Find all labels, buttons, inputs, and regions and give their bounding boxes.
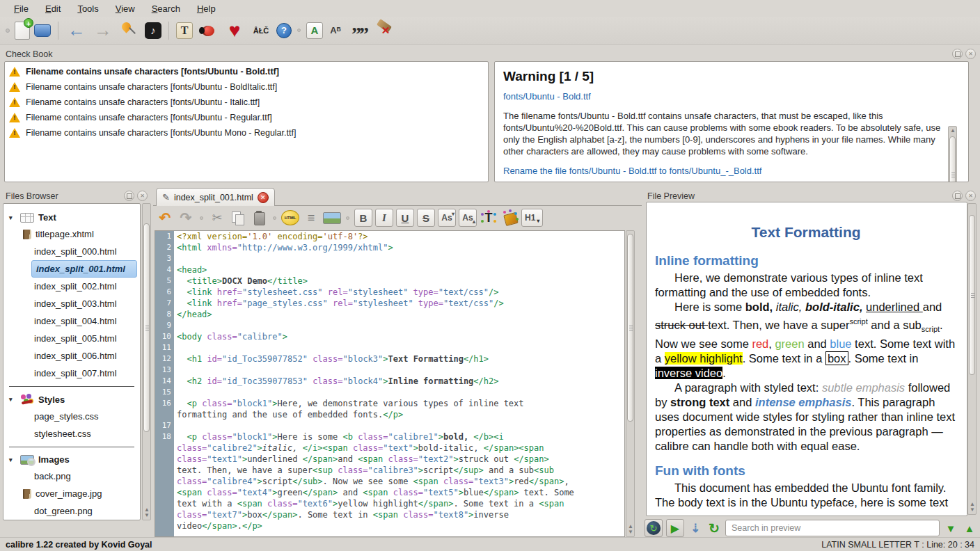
menu-search[interactable]: Search: [145, 2, 187, 15]
tab-close-icon[interactable]: [258, 192, 269, 203]
chevron-down-icon[interactable]: ▾: [9, 396, 16, 403]
file-item[interactable]: index_split_002.html: [3, 278, 140, 295]
find-prev-icon[interactable]: ▲: [962, 522, 977, 534]
section-text[interactable]: ▾Text: [3, 209, 140, 225]
copy-icon[interactable]: [229, 209, 247, 227]
file-item[interactable]: back.png: [3, 468, 140, 485]
live-reload-button[interactable]: [645, 519, 663, 537]
menu-tools[interactable]: Tools: [70, 2, 105, 15]
run-preview-button[interactable]: ▶: [666, 519, 684, 537]
strikethrough-icon[interactable]: S: [417, 209, 435, 227]
warning-list-item[interactable]: Filename contains unsafe characters [fon…: [5, 95, 488, 110]
file-item[interactable]: index_split_006.html: [3, 347, 140, 365]
line-number: [155, 487, 174, 498]
scrollbar-thumb[interactable]: [143, 223, 150, 432]
text-color-icon[interactable]: T: [480, 209, 498, 227]
refresh-preview-icon[interactable]: ↻: [706, 520, 722, 536]
menu-edit[interactable]: Edit: [38, 2, 68, 15]
file-item[interactable]: stylesheet.css: [3, 425, 140, 442]
section-styles[interactable]: ▾Styles: [3, 391, 140, 408]
background-color-icon[interactable]: [500, 209, 519, 227]
files-scrollbar[interactable]: ▲▼: [142, 203, 151, 520]
scrollbar-thumb[interactable]: [969, 215, 975, 375]
warning-list-item[interactable]: Filename contains unsafe characters [fon…: [5, 110, 488, 125]
html-check-icon[interactable]: HTML: [281, 210, 299, 225]
insert-image-icon[interactable]: [323, 212, 341, 224]
undo-icon[interactable]: ↶: [156, 209, 174, 227]
warning-rename-link[interactable]: Rename the file fonts/Ubuntu - Bold.ttf …: [503, 166, 761, 176]
compare-icon[interactable]: Aᴮ: [327, 22, 344, 39]
scroll-arrows-icon[interactable]: ▲▼: [143, 507, 151, 518]
menu-help[interactable]: Help: [190, 2, 223, 15]
file-name: index_split_003.html: [34, 298, 117, 309]
float-dock-icon[interactable]: [952, 49, 963, 59]
section-images[interactable]: ▾Images: [3, 452, 140, 468]
sync-position-icon[interactable]: ⇣: [688, 521, 703, 536]
warning-list-item[interactable]: Filename contains unsafe characters [fon…: [5, 79, 488, 95]
bold-icon[interactable]: B: [354, 209, 372, 227]
toolbar-handle[interactable]: [6, 29, 10, 33]
file-item[interactable]: index_split_000.html: [3, 243, 140, 260]
help-icon[interactable]: ?: [276, 23, 292, 38]
smart-quotes-icon[interactable]: ””: [348, 19, 370, 42]
file-item[interactable]: titlepage.xhtml: [3, 225, 140, 243]
underline-icon[interactable]: U: [396, 209, 414, 227]
scrollbar-thumb[interactable]: [627, 234, 633, 422]
pin-icon[interactable]: [118, 19, 141, 42]
back-icon[interactable]: ←: [65, 19, 88, 42]
redo-icon[interactable]: ↷: [177, 209, 195, 227]
file-item[interactable]: index_split_007.html: [3, 365, 140, 382]
check-book-icon[interactable]: [197, 19, 219, 42]
file-item[interactable]: index_split_004.html: [3, 312, 140, 330]
float-dock-icon[interactable]: [124, 191, 134, 201]
spellcheck-icon[interactable]: ÅŁČ: [250, 19, 272, 42]
preview-scrollbar[interactable]: ▲▼: [967, 203, 977, 515]
menu-file[interactable]: File: [7, 2, 35, 15]
close-dock-icon[interactable]: [965, 49, 976, 59]
superscript-icon[interactable]: As: [459, 209, 477, 227]
find-next-icon[interactable]: ▼: [943, 522, 958, 534]
warning-list-item[interactable]: Filename contains unsafe characters [fon…: [5, 64, 488, 79]
donate-heart-icon[interactable]: ♥: [223, 19, 246, 42]
arrange-files-icon[interactable]: A: [306, 22, 323, 39]
scroll-arrows-icon[interactable]: ▲▼: [968, 502, 977, 513]
line-number: 3: [155, 253, 174, 264]
scroll-arrows-icon[interactable]: ▲▼: [626, 524, 635, 535]
float-dock-icon[interactable]: [952, 191, 963, 201]
clean-css-icon[interactable]: ✕: [374, 19, 397, 42]
beautify-icon[interactable]: ≡: [302, 209, 320, 227]
tab-index-split-001[interactable]: index_split_001.html: [156, 188, 275, 206]
check-book-warning-list[interactable]: Filename contains unsafe characters [fon…: [4, 61, 489, 182]
close-dock-icon[interactable]: [965, 191, 976, 201]
forward-icon[interactable]: →: [92, 19, 114, 42]
heading-style-button[interactable]: H1▾: [521, 209, 543, 227]
chevron-down-icon[interactable]: ▾: [9, 214, 16, 221]
italic-icon[interactable]: I: [375, 209, 393, 227]
search-in-preview-input[interactable]: [725, 520, 940, 536]
warning-list-item[interactable]: Filename contains unsafe characters [fon…: [5, 125, 488, 141]
editor-scrollbar[interactable]: ▲▼: [626, 230, 635, 537]
files-browser-tree[interactable]: ▾Texttitlepage.xhtmlindex_split_000.html…: [3, 203, 141, 520]
detail-scrollbar[interactable]: ▲ ▼: [948, 126, 957, 182]
file-item[interactable]: index_split_003.html: [3, 295, 140, 312]
file-item[interactable]: cover_image.jpg: [3, 485, 140, 502]
scrollbar-thumb[interactable]: [949, 136, 956, 182]
font-tile-icon[interactable]: T: [176, 22, 193, 39]
file-item[interactable]: dot_green.png: [3, 502, 140, 520]
chevron-down-icon[interactable]: ▾: [9, 456, 16, 463]
subscript-icon[interactable]: As: [438, 209, 456, 227]
cut-icon[interactable]: ✂: [208, 209, 226, 227]
warning-file-link[interactable]: fonts/Ubuntu - Bold.ttf: [503, 91, 591, 102]
save-icon[interactable]: [34, 24, 51, 37]
preview-rendered-page[interactable]: Text FormattingInline formattingHere, we…: [646, 202, 967, 516]
paste-icon[interactable]: [250, 209, 268, 227]
menu-view[interactable]: View: [109, 2, 142, 15]
close-dock-icon[interactable]: [137, 191, 148, 201]
code-editor[interactable]: 1<?xml version='1.0' encoding='utf-8'?>2…: [155, 230, 625, 537]
file-item[interactable]: index_split_001.html: [31, 260, 137, 278]
file-item[interactable]: index_split_005.html: [3, 330, 140, 347]
record-icon[interactable]: ♪: [145, 22, 161, 39]
scroll-up-icon[interactable]: ▲: [949, 128, 957, 134]
file-item[interactable]: page_styles.css: [3, 408, 140, 425]
new-file-icon[interactable]: +: [15, 22, 30, 40]
